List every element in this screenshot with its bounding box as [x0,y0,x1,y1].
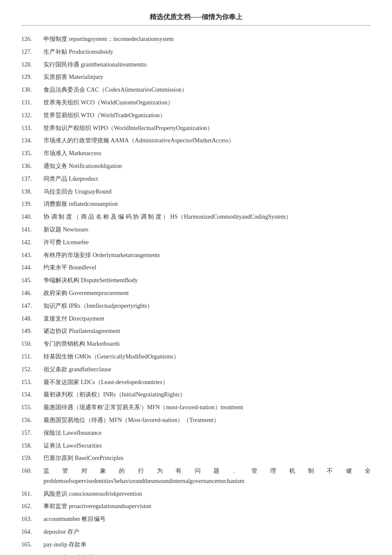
entry-number: 164. [21,527,43,537]
entry-content: 政府采购 Governmentprocurement [43,288,371,298]
list-item: 132.世界贸易组织 WTO（WorldTradeOrganization） [21,110,371,121]
entry-number: 156. [21,415,43,425]
entry-number: 129. [21,72,43,82]
list-item: 162.事前监管 proactiveregulationandsupervisi… [21,501,371,512]
entry-content: 实行国民待遇 grantthenationaltreatmentto [43,60,371,70]
entry-number: 148. [21,314,43,324]
list-item: 150.专门的营销机构 Marketboards [21,339,371,349]
entry-content: 最惠国贸易地位（待遇）MFN（Most-favored-nation）（Trea… [43,415,371,425]
entry-number: 134. [21,136,43,146]
entry-content: 市场准入 Marketaccess [43,148,371,159]
entry-number: 130. [21,85,43,95]
entry-content: 保险法 LawofInsurance [43,428,371,438]
entry-number: 133. [21,123,43,133]
list-item: 129.实质损害 Materialinjury [21,72,371,82]
entry-content: 争端解决机构 DisputeSettlementBody [43,275,371,286]
entry-content: 新议题 Newissues [43,225,371,235]
entry-number: 155. [21,402,43,413]
entry-number: 150. [21,339,43,349]
list-item: 127.生产补贴 Productionsubsidy [21,47,371,57]
entry-number: 144. [21,263,43,273]
entry-content: 最初谈判权（初谈权）INRs（InitialNegotiatingRights） [43,390,371,400]
list-item: 163.accountnumber 帐目编号 [21,514,371,524]
entry-content: 消费膨胀 inflatedconsumption [43,199,371,209]
entry-number: 140. [21,212,43,222]
entry-number: 142. [21,237,43,248]
list-item: 160.监 管 对 象 的 行 为 有 问 题 、 管 理 机 制 不 健 全 … [21,466,371,486]
entry-content: 转基因生物 GMOs（GenетicallyModifiedOrganisms） [43,352,371,362]
entry-content: 监 管 对 象 的 行 为 有 问 题 、 管 理 机 制 不 健 全 prob… [43,466,371,486]
list-item: 147.知识产权 IPRs（Intellectualpropertyrights… [21,301,371,311]
list-item: 144.约束水平 Boundlevel [21,263,371,273]
entry-content: 协 调 制 度 （ 商 品 名 称 及 编 码 协 调 制 度 ） HS（Har… [43,212,371,222]
entry-number: 162. [21,501,43,512]
list-item: 143.有秩序的市场安排 Orderlymarketarrangements [21,250,371,260]
page-header: 精选优质文档-----倾情为你奉上 [21,13,371,26]
list-item: 136.通知义务 Notificationobligation [21,161,371,171]
list-item: 131.世界海关组织 WCO（WorldCustomsOrganization） [21,98,371,108]
list-item: 149.诸边协议 Plurilateralagreement [21,326,371,336]
entry-number: 159. [21,453,43,463]
list-item: 138.乌拉圭回合 UruguayRound [21,187,371,197]
entry-content: 最惠国待遇（现通常称'正常贸易关系'）MFN（most-favored-nati… [43,402,371,413]
entry-number: 143. [21,250,43,260]
entry-content: 约束水平 Boundlevel [43,263,371,273]
entry-number: 136. [21,161,43,171]
list-item: 141.新议题 Newissues [21,225,371,235]
entry-number: 160. [21,466,43,486]
list-item: 155.最惠国待遇（现通常称'正常贸易关系'）MFN（most-favored-… [21,402,371,413]
entry-number: 165. [21,540,43,550]
entry-content: 乌拉圭回合 UruguayRound [43,187,371,197]
entry-number: 154. [21,390,43,400]
list-item: 165.pay-inslip 存款单 [21,540,371,550]
list-item: 145.争端解决机构 DisputeSettlementBody [21,275,371,286]
entry-content: 直接支付 Directpayment [43,314,371,324]
entry-number: 163. [21,514,43,524]
entry-number: 131. [21,98,43,108]
entry-number: 141. [21,225,43,235]
entry-content: 证券法 LawofSecurities [43,441,371,451]
entry-number: 149. [21,326,43,336]
list-item: 146.政府采购 Governmentprocurement [21,288,371,298]
list-item: 157.保险法 LawofInsurance [21,428,371,438]
list-item: 156.最惠国贸易地位（待遇）MFN（Most-favored-nation）（… [21,415,371,425]
entry-number: 126. [21,34,43,44]
entry-content: 祖父条款 grandfatherclause [43,364,371,375]
list-item: 158.证券法 LawofSecurities [21,441,371,451]
entry-number: 132. [21,110,43,121]
entry-content: 同类产品 Likeproduct [43,174,371,184]
entry-content: adepositform 存款单 [43,552,371,555]
entry-number: 137. [21,174,43,184]
entry-number: 151. [21,352,43,362]
list-item: 154.最初谈判权（初谈权）INRs（InitialNegotiatingRig… [21,390,371,400]
entry-content: 世界知识产权组织 WIPO（WorldIntellectualPropertyO… [43,123,371,133]
entry-number: 166. [21,552,43,555]
entry-content: 世界海关组织 WCO（WorldCustomsOrganization） [43,98,371,108]
entry-number: 145. [21,275,43,286]
entry-content: 诸边协议 Plurilateralagreement [43,326,371,336]
list-item: 151.转基因生物 GMOs（GenетicallyModifiedOrgani… [21,352,371,362]
entry-content: pay-inslip 存款单 [43,540,371,550]
list-item: 130.食品法典委员会 CAC（CodexAlimentariesCommiss… [21,85,371,95]
entry-content: 风险意识 consciousnessofriskprevention [43,489,371,499]
entry-content: 知识产权 IPRs（Intellectualpropertyrights） [43,301,371,311]
entry-content: 世界贸易组织 WTO（WorldTradeOrganization） [43,110,371,121]
entry-number: 147. [21,301,43,311]
list-item: 161.风险意识 consciousnessofriskprevention [21,489,371,499]
list-item: 137.同类产品 Likeproduct [21,174,371,184]
entry-number: 128. [21,60,43,70]
list-item: 140.协 调 制 度 （ 商 品 名 称 及 编 码 协 调 制 度 ） HS… [21,212,371,222]
entry-content: 申报制度 reportingsystem；incomedeclarationsy… [43,34,371,44]
list-item: 152.祖父条款 grandfatherclause [21,364,371,375]
list-item: 126.申报制度 reportingsystem；incomedeclarati… [21,34,371,44]
entry-number: 161. [21,489,43,499]
entry-content: 事前监管 proactiveregulationandsupervision [43,501,371,512]
entry-content: 通知义务 Notificationobligation [43,161,371,171]
entry-number: 138. [21,187,43,197]
entry-number: 139. [21,199,43,209]
list-item: 153.最不发达国家 LDCs（Least-developedcountries… [21,377,371,387]
entry-content: 巴塞尔原则 BaselCorePrinciples [43,453,371,463]
entry-number: 152. [21,364,43,375]
entry-number: 153. [21,377,43,387]
entry-content: depositor 存户 [43,527,371,537]
